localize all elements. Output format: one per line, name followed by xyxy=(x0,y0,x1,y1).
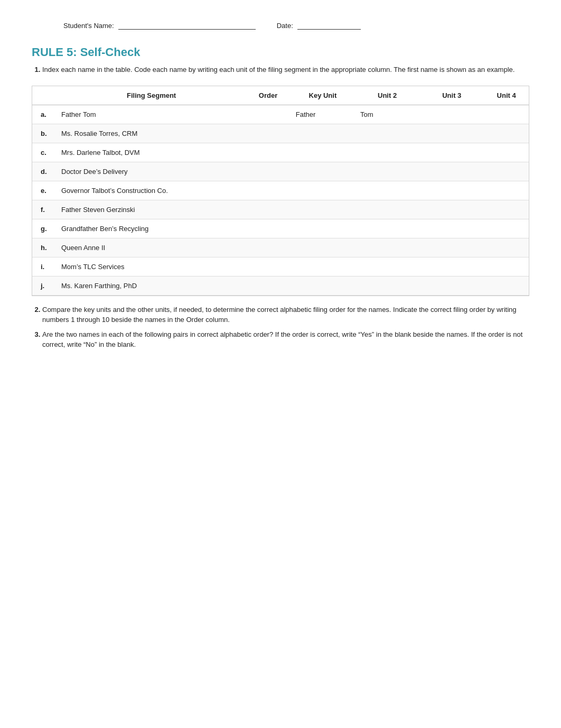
unit2-4[interactable] xyxy=(355,181,419,200)
key-unit-8[interactable] xyxy=(291,257,355,276)
row-label-6: g. xyxy=(32,219,57,238)
row-label-8: i. xyxy=(32,257,57,276)
unit2-7[interactable] xyxy=(355,238,419,257)
page-title: RULE 5: Self-Check xyxy=(32,45,529,59)
unit4-5[interactable] xyxy=(484,200,529,219)
unit3-1[interactable] xyxy=(419,124,484,143)
instruction-1: Index each name in the table. Code each … xyxy=(42,64,529,75)
date-label: Date: xyxy=(277,22,293,30)
table-row: e.Governor Talbot’s Construction Co. xyxy=(32,181,529,200)
filing-name-8: Mom’s TLC Services xyxy=(57,257,246,276)
unit2-0[interactable]: Tom xyxy=(355,105,419,124)
unit4-4[interactable] xyxy=(484,181,529,200)
order-cell-6[interactable] xyxy=(246,219,291,238)
row-label-4: e. xyxy=(32,181,57,200)
unit3-8[interactable] xyxy=(419,257,484,276)
table-row: i.Mom’s TLC Services xyxy=(32,257,529,276)
unit3-0[interactable] xyxy=(419,105,484,124)
row-label-2: c. xyxy=(32,143,57,162)
unit3-3[interactable] xyxy=(419,162,484,181)
table-row: g.Grandfather Ben’s Recycling xyxy=(32,219,529,238)
instruction-2-text: Compare the key units and the other unit… xyxy=(42,306,516,324)
order-cell-0[interactable] xyxy=(246,105,291,124)
table-row: a.Father TomFatherTom xyxy=(32,105,529,124)
header-empty xyxy=(32,86,57,105)
unit4-6[interactable] xyxy=(484,219,529,238)
filing-name-3: Doctor Dee’s Delivery xyxy=(57,162,246,181)
order-cell-5[interactable] xyxy=(246,200,291,219)
date-line: Date: xyxy=(277,21,361,30)
unit2-6[interactable] xyxy=(355,219,419,238)
row-label-3: d. xyxy=(32,162,57,181)
student-name-field[interactable] xyxy=(118,21,256,30)
unit2-9[interactable] xyxy=(355,276,419,295)
unit2-1[interactable] xyxy=(355,124,419,143)
table-row: b.Ms. Rosalie Torres, CRM xyxy=(32,124,529,143)
date-field[interactable] xyxy=(297,21,361,30)
header-key-unit: Key Unit xyxy=(291,86,355,105)
key-unit-9[interactable] xyxy=(291,276,355,295)
filing-name-0: Father Tom xyxy=(57,105,246,124)
unit3-7[interactable] xyxy=(419,238,484,257)
key-unit-5[interactable] xyxy=(291,200,355,219)
header-unit2: Unit 2 xyxy=(355,86,419,105)
header-unit3: Unit 3 xyxy=(419,86,484,105)
unit3-9[interactable] xyxy=(419,276,484,295)
unit4-7[interactable] xyxy=(484,238,529,257)
filing-name-2: Mrs. Darlene Talbot, DVM xyxy=(57,143,246,162)
student-name-label: Student's Name: xyxy=(63,22,114,30)
order-cell-4[interactable] xyxy=(246,181,291,200)
unit3-6[interactable] xyxy=(419,219,484,238)
unit2-2[interactable] xyxy=(355,143,419,162)
order-cell-7[interactable] xyxy=(246,238,291,257)
row-label-1: b. xyxy=(32,124,57,143)
order-cell-2[interactable] xyxy=(246,143,291,162)
unit3-4[interactable] xyxy=(419,181,484,200)
key-unit-3[interactable] xyxy=(291,162,355,181)
order-cell-9[interactable] xyxy=(246,276,291,295)
filing-name-1: Ms. Rosalie Torres, CRM xyxy=(57,124,246,143)
table-header-row: Filing Segment Order Key Unit Unit 2 Uni… xyxy=(32,86,529,105)
table-row: h.Queen Anne II xyxy=(32,238,529,257)
filing-name-7: Queen Anne II xyxy=(57,238,246,257)
student-name-line: Student's Name: xyxy=(63,21,256,30)
key-unit-6[interactable] xyxy=(291,219,355,238)
unit4-1[interactable] xyxy=(484,124,529,143)
unit4-0[interactable] xyxy=(484,105,529,124)
unit3-5[interactable] xyxy=(419,200,484,219)
filing-name-9: Ms. Karen Farthing, PhD xyxy=(57,276,246,295)
student-header: Student's Name: Date: xyxy=(32,21,529,30)
key-unit-7[interactable] xyxy=(291,238,355,257)
filing-name-6: Grandfather Ben’s Recycling xyxy=(57,219,246,238)
header-unit4: Unit 4 xyxy=(484,86,529,105)
unit4-2[interactable] xyxy=(484,143,529,162)
instruction-3: Are the two names in each of the followi… xyxy=(42,329,529,350)
unit2-5[interactable] xyxy=(355,200,419,219)
row-label-0: a. xyxy=(32,105,57,124)
key-unit-1[interactable] xyxy=(291,124,355,143)
filing-name-5: Father Steven Gerzinski xyxy=(57,200,246,219)
instruction-1-text: Index each name in the table. Code each … xyxy=(42,66,515,73)
filing-table-wrapper: Filing Segment Order Key Unit Unit 2 Uni… xyxy=(32,86,529,296)
header-filing-segment: Filing Segment xyxy=(57,86,246,105)
table-row: c.Mrs. Darlene Talbot, DVM xyxy=(32,143,529,162)
unit2-8[interactable] xyxy=(355,257,419,276)
unit2-3[interactable] xyxy=(355,162,419,181)
filing-name-4: Governor Talbot’s Construction Co. xyxy=(57,181,246,200)
key-unit-4[interactable] xyxy=(291,181,355,200)
table-row: j.Ms. Karen Farthing, PhD xyxy=(32,276,529,295)
unit4-3[interactable] xyxy=(484,162,529,181)
order-cell-1[interactable] xyxy=(246,124,291,143)
unit4-9[interactable] xyxy=(484,276,529,295)
order-cell-3[interactable] xyxy=(246,162,291,181)
filing-table: Filing Segment Order Key Unit Unit 2 Uni… xyxy=(32,86,529,296)
order-cell-8[interactable] xyxy=(246,257,291,276)
unit4-8[interactable] xyxy=(484,257,529,276)
key-unit-2[interactable] xyxy=(291,143,355,162)
instructions-list: Index each name in the table. Code each … xyxy=(42,64,529,75)
unit3-2[interactable] xyxy=(419,143,484,162)
row-label-9: j. xyxy=(32,276,57,295)
key-unit-0[interactable]: Father xyxy=(291,105,355,124)
table-body: a.Father TomFatherTomb.Ms. Rosalie Torre… xyxy=(32,105,529,295)
instruction-3-text: Are the two names in each of the followi… xyxy=(42,330,522,349)
